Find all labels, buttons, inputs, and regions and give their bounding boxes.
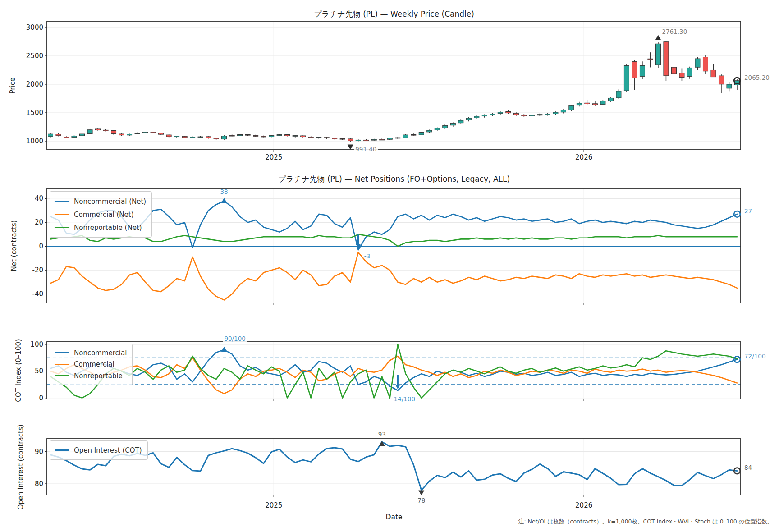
candle-up	[419, 132, 424, 135]
candle-up	[529, 115, 534, 116]
panel2-ylabel: Net (contracts)	[10, 220, 18, 271]
candle-up	[569, 105, 574, 110]
candle-up	[498, 112, 503, 114]
legend-item: Open Interest (COT)	[55, 444, 142, 456]
panel-1	[45, 21, 741, 152]
annotation-label: 93	[377, 431, 387, 438]
candle-up	[127, 134, 132, 135]
panel2-title: プラチナ先物 (PL) — Net Positions (FO+Options,…	[278, 174, 510, 184]
legend-line-swatch-icon	[55, 375, 69, 376]
candle-up	[198, 137, 203, 138]
legend-item-label: Nonreportable	[74, 372, 123, 380]
series-line-1	[50, 252, 737, 300]
legend-item: Noncommercial	[55, 347, 127, 359]
annotation-label: 2761.30	[660, 28, 688, 35]
cot-dashboard-figure: プラチナ先物 (PL) — Weekly Price (Candle) プラチナ…	[0, 0, 779, 532]
candle-up	[135, 133, 140, 134]
candle-up	[474, 116, 479, 118]
y-tick-label: 90	[19, 448, 43, 456]
candle-down	[664, 42, 669, 76]
legend-item: Commercial	[55, 359, 127, 371]
candle-down	[308, 137, 313, 138]
y-tick-label: 80	[19, 480, 43, 488]
candle-down	[380, 139, 385, 140]
candle-up	[356, 140, 361, 141]
series-line-2	[50, 234, 737, 246]
y-tick-label: 100	[19, 340, 43, 349]
candle-up	[608, 98, 613, 101]
candle-down	[103, 130, 108, 131]
legend-item-label: Nonreportable (Net)	[74, 224, 142, 232]
candle-up	[577, 103, 582, 105]
candle-down	[592, 104, 597, 105]
candle-down	[703, 57, 708, 71]
legend-line-swatch-icon	[55, 364, 69, 365]
candle-down	[513, 113, 518, 115]
legend-line-swatch-icon	[55, 214, 69, 215]
candle-up	[48, 134, 53, 137]
annotation-label: 27	[744, 207, 752, 215]
candle-down	[245, 134, 250, 135]
y-tick-label: 20	[19, 218, 43, 226]
candle-up	[190, 137, 195, 138]
panel4-legend: Open Interest (COT)	[50, 440, 148, 460]
candle-up	[72, 136, 77, 138]
candle-up	[403, 135, 408, 138]
candle-up	[427, 130, 432, 132]
candle-up	[316, 137, 321, 138]
candle-down	[96, 129, 101, 130]
candle-up	[371, 139, 376, 140]
candle-up	[238, 134, 243, 136]
panel1-ylabel: Price	[9, 78, 17, 94]
candle-down	[111, 131, 116, 134]
panel-4	[45, 439, 741, 497]
candle-up	[553, 112, 558, 114]
y-tick-label: 2500	[19, 52, 43, 60]
candle-up	[450, 123, 455, 125]
candle-down	[719, 76, 724, 84]
annotation-label: 78	[417, 497, 425, 504]
candle-down	[648, 59, 653, 60]
annotation-label: 14/100	[393, 395, 417, 403]
candle-up	[687, 68, 692, 76]
candle-up	[482, 115, 487, 116]
candle-up	[490, 114, 495, 115]
y-tick-label: 1000	[19, 137, 43, 145]
panel-border	[47, 21, 741, 150]
candle-down	[159, 133, 164, 134]
candle-up	[174, 136, 179, 137]
legend-item-label: Commercial	[74, 360, 115, 368]
peak-marker-icon	[655, 35, 661, 40]
legend-line-swatch-icon	[55, 352, 69, 353]
legend-item-label: Commercial (Net)	[74, 211, 134, 219]
legend-item: Commercial (Net)	[55, 208, 146, 221]
annotation-label: 38	[220, 188, 228, 195]
candle-up	[443, 125, 448, 128]
candle-down	[348, 139, 353, 141]
candle-down	[151, 132, 156, 133]
candle-up	[727, 84, 732, 88]
annotation-label: -3	[364, 252, 370, 260]
candle-down	[411, 134, 416, 135]
x-tick-label: 2026	[575, 153, 592, 161]
x-tick-label: 2025	[265, 153, 282, 161]
candle-up	[695, 59, 700, 67]
candle-down	[332, 138, 337, 139]
x-tick-label: 2025	[265, 501, 282, 509]
candle-up	[87, 130, 92, 134]
panel4-ylabel: Open Interest (contracts)	[17, 424, 25, 509]
candle-down	[632, 62, 637, 78]
y-tick-label: 1500	[19, 109, 43, 117]
candle-down	[166, 135, 171, 137]
candle-down	[64, 137, 69, 138]
candle-down	[206, 137, 211, 138]
y-tick-label: 50	[19, 367, 43, 375]
legend-item-label: Open Interest (COT)	[74, 446, 142, 454]
panel2-legend: Noncommercial (Net)Commercial (Net)Nonre…	[50, 191, 152, 238]
candle-down	[340, 138, 345, 139]
candle-down	[182, 136, 187, 138]
series-line-0	[50, 201, 737, 250]
trough-marker-icon	[348, 145, 353, 150]
candle-down	[364, 140, 369, 141]
footnote: 注: Net/OI は枚数（contracts）。k=1,000枚。COT In…	[518, 518, 773, 526]
